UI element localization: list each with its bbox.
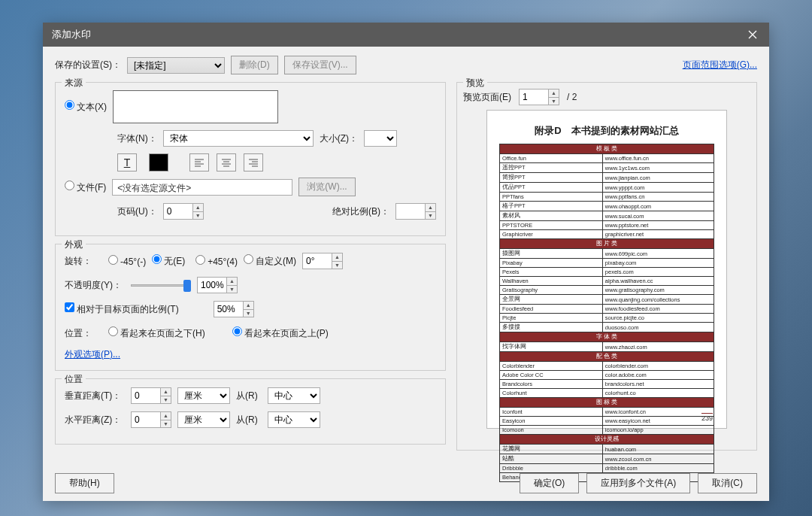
- align-center-button[interactable]: [217, 153, 236, 171]
- appearance-group: 外观 旋转： -45°(-) 无(E) +45°(4) 自定义(M) ▲▼ 不透…: [55, 244, 446, 371]
- source-group: 来源 文本(X) 字体(N)： 宋体 大小(Z)： T: [55, 82, 446, 236]
- v-from-select[interactable]: 中心: [268, 387, 320, 404]
- file-radio[interactable]: [65, 181, 74, 190]
- opacity-spinner[interactable]: ▲▼: [197, 277, 238, 293]
- font-select[interactable]: 宋体: [163, 130, 314, 147]
- text-radio-label[interactable]: 文本(X): [65, 100, 107, 114]
- h-dist-spinner[interactable]: ▲▼: [131, 411, 171, 428]
- down-arrow-icon[interactable]: ▼: [426, 212, 435, 220]
- rotate-custom-radio[interactable]: [244, 254, 253, 264]
- v-dist-label: 垂直距离(T)：: [65, 390, 125, 402]
- h-unit-select[interactable]: 厘米: [177, 411, 230, 428]
- align-left-icon: [194, 158, 205, 167]
- v-from-label: 从(R): [236, 390, 262, 402]
- opacity-label: 不透明度(Y)：: [65, 279, 125, 292]
- top-radio[interactable]: [232, 326, 242, 336]
- v-unit-select[interactable]: 厘米: [177, 387, 230, 404]
- page-no-spinner[interactable]: ▲▼: [163, 203, 204, 220]
- dialog-title: 添加水印: [52, 28, 91, 41]
- close-icon: [748, 30, 757, 39]
- opacity-slider[interactable]: [131, 278, 191, 293]
- ok-button[interactable]: 确定(O): [520, 473, 579, 493]
- behind-radio[interactable]: [108, 326, 118, 336]
- file-radio-label[interactable]: 文件(F): [65, 181, 106, 194]
- down-arrow-icon[interactable]: ▼: [193, 212, 203, 220]
- saved-settings-select[interactable]: [未指定]: [127, 57, 225, 74]
- h-from-select[interactable]: 中心: [268, 411, 320, 428]
- source-legend: 来源: [62, 77, 86, 90]
- preview-page-label: 预览页面(E): [463, 91, 511, 104]
- placement-legend: 位置: [62, 373, 86, 386]
- v-dist-spinner[interactable]: ▲▼: [131, 387, 171, 404]
- align-center-icon: [221, 158, 232, 167]
- preview-legend: 预览: [463, 77, 487, 90]
- up-arrow-icon[interactable]: ▲: [193, 204, 203, 212]
- watermark-text-input[interactable]: [113, 90, 278, 123]
- rotate-neg45-radio[interactable]: [108, 255, 118, 265]
- size-select[interactable]: [364, 130, 397, 147]
- browse-button[interactable]: 浏览(W)...: [298, 178, 355, 196]
- save-settings-button[interactable]: 保存设置(V)...: [284, 56, 356, 74]
- abs-scale-spinner[interactable]: ▲▼: [395, 203, 436, 220]
- page-no-label: 页码(U)：: [117, 205, 157, 218]
- preview-page-total: / 2: [567, 92, 577, 102]
- font-label: 字体(N)：: [117, 132, 157, 145]
- page-range-link[interactable]: 页面范围选项(G)...: [683, 59, 757, 71]
- preview-doc-title: 附录D 本书提到的素材网站汇总: [499, 124, 714, 138]
- rotate-custom-spinner[interactable]: ▲▼: [302, 253, 343, 269]
- rel-scale-spinner[interactable]: ▲▼: [214, 301, 254, 317]
- help-button[interactable]: 帮助(H): [55, 473, 114, 493]
- align-right-icon: [248, 158, 259, 167]
- preview-group: 预览 预览页面(E) ▲▼ / 2 附录D 本书提到的素材网站汇总 模 板 类O…: [456, 82, 757, 451]
- preview-page-number: 239: [701, 413, 713, 422]
- h-dist-label: 水平距离(Z)：: [65, 414, 125, 426]
- rotate-label: 旋转：: [65, 255, 102, 268]
- appearance-options-link[interactable]: 外观选项(P)...: [65, 349, 120, 360]
- cancel-button[interactable]: 取消(C): [698, 473, 757, 493]
- saved-settings-label: 保存的设置(S)：: [55, 59, 121, 71]
- align-right-button[interactable]: [244, 153, 263, 171]
- rotate-45-radio[interactable]: [195, 255, 205, 265]
- size-label: 大小(Z)：: [320, 132, 358, 145]
- position-label: 位置：: [65, 327, 102, 340]
- titlebar: 添加水印: [43, 23, 769, 47]
- preview-page-spinner[interactable]: ▲▼: [519, 89, 559, 105]
- text-radio[interactable]: [65, 100, 74, 110]
- page-preview: 附录D 本书提到的素材网站汇总 模 板 类Office.funwww.offic…: [486, 110, 727, 429]
- align-left-button[interactable]: [189, 153, 209, 171]
- appearance-legend: 外观: [62, 238, 86, 251]
- h-from-label: 从(R): [236, 414, 262, 426]
- placement-group: 位置 垂直距离(T)： ▲▼ 厘米 从(R) 中心 水平距离(Z)： ▲▼ 厘米…: [55, 378, 446, 445]
- close-button[interactable]: [736, 23, 769, 47]
- rotate-none-radio[interactable]: [152, 254, 162, 264]
- apply-multiple-button[interactable]: 应用到多个文件(A): [586, 473, 690, 493]
- file-path-display: <没有选定源文件>: [112, 179, 292, 196]
- preview-table: 模 板 类Office.funwww.office.fun.cn遥控PPTwww…: [499, 144, 714, 482]
- underline-button[interactable]: T: [117, 153, 137, 171]
- text-color-button[interactable]: [149, 153, 168, 171]
- delete-button[interactable]: 删除(D): [231, 56, 278, 74]
- add-watermark-dialog: 添加水印 保存的设置(S)： [未指定] 删除(D) 保存设置(V)... 页面…: [43, 23, 769, 501]
- abs-scale-label: 绝对比例(B)：: [332, 205, 389, 218]
- rel-scale-checkbox[interactable]: [65, 302, 74, 312]
- up-arrow-icon[interactable]: ▲: [426, 204, 435, 212]
